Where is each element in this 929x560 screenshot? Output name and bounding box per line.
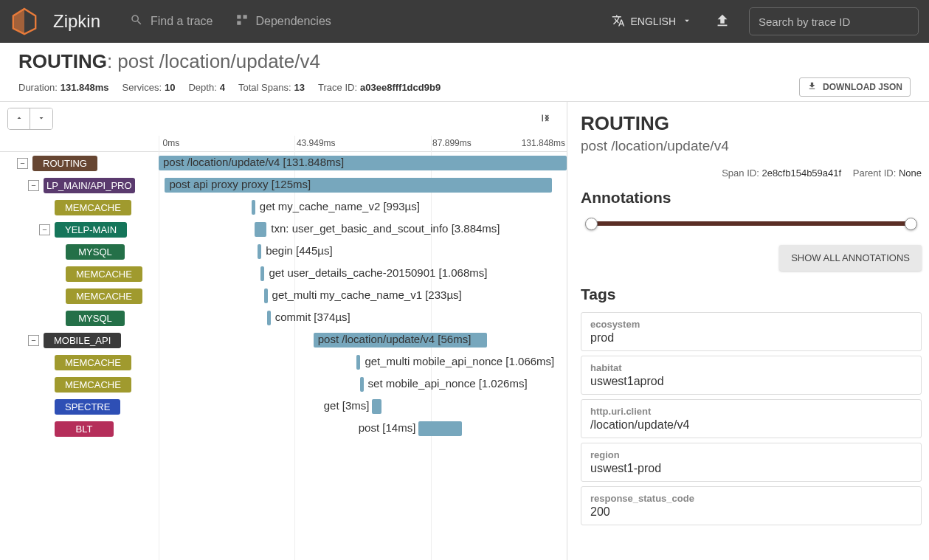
chevron-down-icon [682,15,692,28]
find-trace-link[interactable]: Find a trace [130,13,213,30]
tag-item: ecosystemprod [581,312,922,351]
detail-subtitle: post /location/update/v4 [581,138,922,154]
span-label: get my_cache_name_v2 [993µs] [260,200,420,212]
tree-row[interactable]: MEMCACHE [0,351,159,373]
language-selector[interactable]: ENGLISH [612,14,692,30]
collapse-toggle[interactable]: − [28,335,39,346]
span-bar[interactable] [267,311,271,325]
annotations-heading: Annotations [581,189,922,207]
span-bar-row[interactable]: post [14ms] [159,418,567,440]
tree-row[interactable]: −LP_MAIN/API_PRO [0,174,159,196]
upload-button[interactable] [714,13,731,31]
span-bar[interactable] [255,222,266,237]
span-bar[interactable] [252,200,255,215]
tree-row[interactable]: MEMCACHE [0,196,159,218]
span-label: set mobile_api_nonce [1.026ms] [368,377,528,390]
annotations-slider[interactable] [581,215,922,232]
span-bar-row[interactable]: get user_details_cache-20150901 [1.068ms… [159,263,567,285]
download-icon [807,81,817,93]
trace-id-search-input[interactable] [749,7,919,35]
tree-row[interactable]: MEMCACHE [0,263,159,285]
span-bar[interactable] [258,244,261,259]
service-badge: MYSQL [66,244,125,260]
tree-row[interactable]: −MOBILE_API [0,329,159,351]
tree-row[interactable]: MEMCACHE [0,285,159,307]
collapse-toggle[interactable]: − [28,180,39,191]
tree-row[interactable]: −YELP-MAIN [0,218,159,241]
dependencies-label: Dependencies [256,15,331,28]
collapse-toggle[interactable]: − [39,224,50,235]
span-bar[interactable] [372,399,381,414]
span-bar-row[interactable]: txn: user_get_basic_and_scout_info [3.88… [159,218,567,241]
service-badge: MEMCACHE [66,266,142,282]
tree-row[interactable]: MYSQL [0,241,159,263]
service-badge: MEMCACHE [55,377,131,393]
span-bar-row[interactable]: get_multi mobile_api_nonce [1.066ms] [159,351,567,373]
span-label: post [14ms] [359,421,416,434]
span-bar[interactable] [264,288,268,303]
span-detail-panel: ROUTING post /location/update/v4 Span ID… [567,102,929,560]
trace-timeline-panel: −ROUTING−LP_MAIN/API_PROMEMCACHE−YELP-MA… [0,102,567,560]
span-ids: Span ID: 2e8cfb154b59a41f Parent ID: Non… [581,167,922,179]
span-bar[interactable] [360,377,364,392]
tree-row[interactable]: BLT [0,418,159,440]
span-bar-row[interactable]: get [3ms] [159,395,567,418]
span-label: commit [374µs] [275,311,350,323]
tag-item: regionuswest1-prod [581,443,922,482]
span-bar[interactable] [356,355,360,370]
expand-all-button[interactable] [30,108,52,129]
expand-panel-button[interactable] [539,111,552,127]
service-badge: LP_MAIN/API_PRO [44,178,135,193]
tree-row[interactable]: MEMCACHE [0,373,159,395]
tag-item: http.uri.client/location/update/v4 [581,399,922,438]
slider-thumb-right[interactable] [905,218,917,230]
service-badge: MEMCACHE [66,288,142,304]
tick-3: 131.848ms [522,138,565,148]
service-tree-column: −ROUTING−LP_MAIN/API_PROMEMCACHE−YELP-MA… [0,136,159,560]
service-badge: MOBILE_API [44,333,121,348]
span-label: get [3ms] [324,399,370,412]
svg-rect-4 [237,21,241,25]
expand-collapse-group [7,108,53,130]
span-bar-row[interactable]: commit [374µs] [159,307,567,329]
tag-item: response_status_code200 [581,486,922,525]
span-label: get_multi my_cache_name_v1 [233µs] [272,288,462,301]
span-bar-row[interactable]: set mobile_api_nonce [1.026ms] [159,373,567,395]
span-label: get user_details_cache-20150901 [1.068ms… [269,266,487,279]
tags-heading: Tags [581,286,922,303]
tag-key: habitat [590,362,912,373]
svg-rect-2 [237,15,241,18]
tree-row[interactable]: MYSQL [0,307,159,329]
download-json-button[interactable]: DOWNLOAD JSON [799,77,911,97]
service-badge: MYSQL [66,311,125,326]
detail-title: ROUTING [581,112,922,135]
meta-depth: Depth:4 [188,82,225,93]
service-badge: SPECTRE [55,399,120,415]
meta-duration: Duration:131.848ms [18,82,109,93]
language-label: ENGLISH [631,15,676,27]
span-bar-row[interactable]: post /location/update/v4 [56ms] [159,329,567,351]
collapse-toggle[interactable]: − [17,158,28,169]
show-all-annotations-button[interactable]: SHOW ALL ANNOTATIONS [779,245,922,271]
span-bar-row[interactable]: get_multi my_cache_name_v1 [233µs] [159,285,567,307]
tree-row[interactable]: −ROUTING [0,152,159,174]
svg-rect-3 [243,15,246,18]
dependencies-icon [235,13,249,30]
collapse-all-button[interactable] [8,108,30,129]
slider-thumb-left[interactable] [585,218,598,230]
span-bar-row[interactable]: begin [445µs] [159,241,567,263]
span-bar[interactable] [260,266,264,281]
trace-header: ROUTING: post /location/update/v4 Durati… [0,43,929,102]
span-label: txn: user_get_basic_and_scout_info [3.88… [271,222,500,235]
dependencies-link[interactable]: Dependencies [235,13,331,30]
tree-row[interactable]: SPECTRE [0,395,159,418]
span-bar-row[interactable]: post api proxy proxy [125ms] [159,174,567,196]
tick-0: 0ms [163,138,180,148]
tag-value: prod [590,331,912,345]
time-axis: 0ms 43.949ms 87.899ms 131.848ms [159,136,567,152]
span-label: post /location/update/v4 [131.848ms] [163,156,344,168]
span-bar-row[interactable]: post /location/update/v4 [131.848ms] [159,152,567,174]
span-bar-row[interactable]: get my_cache_name_v2 [993µs] [159,196,567,218]
span-bar[interactable] [418,421,462,436]
translate-icon [612,14,625,30]
